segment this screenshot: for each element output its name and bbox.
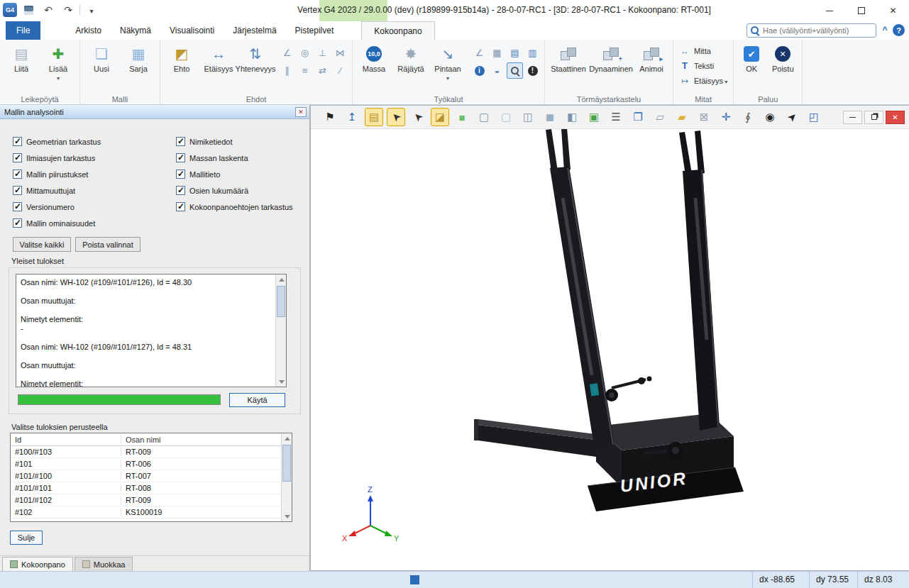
analysis-checkbox-item[interactable]: Mallin ominaisuudet [13,215,101,231]
column-header-name[interactable]: Osan nimi [121,436,292,444]
orient-view-icon[interactable]: ↥ [343,108,361,126]
viewport-minimize-button[interactable] [843,111,862,124]
qat-customize-button[interactable] [83,1,100,18]
select-all-button[interactable]: Valitse kaikki [13,237,71,252]
symmetry-constraint-icon[interactable]: ⇄ [314,62,331,79]
minimize-button[interactable] [813,0,845,21]
checkbox-checked[interactable] [13,202,22,211]
coordinate-axes-icon[interactable]: ✛ [717,108,735,126]
static-collision-button[interactable]: Staattinen [549,42,588,87]
close-button[interactable]: ✕ [877,0,909,21]
angle-constraint-icon[interactable]: ∠ [279,45,295,61]
select-icon[interactable]: ➤ [409,108,427,126]
apply-button[interactable]: Käytä [229,393,285,407]
scroll-down-icon[interactable] [276,376,287,387]
checkbox-checked[interactable] [176,137,185,146]
ok-button[interactable]: OK [737,42,766,87]
undo-button[interactable] [40,1,57,18]
checkbox-checked[interactable] [13,218,22,228]
viewport-restore-button[interactable] [864,111,883,124]
tab-kokoonpano-bottom[interactable]: Kokoonpano [2,557,73,571]
ribbon-collapse-button[interactable] [880,26,890,35]
ruler-icon[interactable]: ▤ [365,108,383,126]
window-select-icon[interactable]: ◰ [805,108,823,126]
panel-close-icon[interactable] [295,107,307,117]
scroll-up-icon[interactable] [282,433,292,444]
trim-constraint-icon[interactable]: ⋈ [332,45,348,61]
parts-table-icon[interactable]: ▦ [489,45,505,61]
paste-button[interactable]: Liitä [4,42,39,87]
table-row[interactable]: #101/#102RT-009 [11,494,280,506]
text-button[interactable]: T Teksti [677,58,729,73]
checkbox-checked[interactable] [13,186,22,195]
exit-button[interactable]: Poistu [767,42,798,87]
table-scrollbar[interactable] [281,433,292,521]
analysis-checkbox-item[interactable]: Versionumero [13,199,101,215]
delete-plane-icon[interactable]: ⊠ [695,108,713,126]
checkbox-checked[interactable] [176,170,185,179]
analysis-checkbox-item[interactable]: Nimiketiedot [176,133,293,150]
column-header-id[interactable]: Id [11,436,121,444]
measure-button[interactable]: ↔ Mitta [677,43,729,58]
analysis-checkbox-item[interactable]: Mittamuuttujat [13,182,101,199]
explode-button[interactable]: Räjäytä [393,42,429,87]
shaded-edges-icon[interactable]: ◧ [563,108,581,126]
viewport-close-button[interactable] [886,111,905,124]
distance-constraint-button[interactable]: Etäisyys [201,42,236,87]
checkbox-checked[interactable] [176,202,185,211]
tab-jarjestelma[interactable]: Järjestelmä [224,21,285,40]
scroll-up-icon[interactable] [276,274,287,285]
checkbox-checked[interactable] [176,153,185,162]
distance-measure-button[interactable]: ↦ Etäisyys [677,73,729,88]
select-body-icon[interactable]: ▣ [585,108,603,126]
feature-list-icon[interactable]: ☰ [607,108,625,126]
analysis-checkbox-item[interactable]: Massan laskenta [176,150,293,166]
dynamic-collision-button[interactable]: + Dynaaminen [590,42,632,87]
tangent-constraint-icon[interactable]: ∕ [332,62,348,79]
face-select-icon[interactable]: ■ [453,108,471,126]
scroll-thumb[interactable] [282,445,291,482]
snap-select-icon[interactable]: ➤ [387,108,405,126]
model-canvas[interactable]: UNIOR Z X Y [311,106,909,572]
tab-file[interactable]: File [6,21,40,40]
coincidence-button[interactable]: Yhtenevyys [238,42,273,87]
to-surface-button[interactable]: Pintaan [430,42,465,87]
paperclip-icon[interactable]: ∮ [739,108,757,126]
checkbox-checked[interactable] [176,186,185,195]
viewport-3d[interactable]: UNIOR Z X Y ⚑↥▤➤➤◪■▢▢◫◼◧▣☰❐▱▰⊠✛∮◉➤◰ [310,105,909,571]
wireframe-icon[interactable]: ▢ [475,108,493,126]
parallel-constraint-icon[interactable]: ∥ [279,62,295,79]
table-row[interactable]: #101/#100RT-007 [11,470,280,482]
workplane-icon[interactable]: ▱ [651,108,669,126]
checkbox-checked[interactable] [13,137,22,146]
analysis-checkbox-item[interactable]: Ilmiasujen tarkastus [13,150,101,166]
perpendicular-constraint-icon[interactable]: ⊥ [314,45,331,61]
info-icon[interactable]: i [471,62,487,79]
series-button[interactable]: Sarja [121,42,156,87]
warning-icon[interactable]: ! [524,62,541,79]
analysis-checkbox-item[interactable]: Kokoonpanoehtojen tarkastus [176,199,293,215]
concentric-constraint-icon[interactable]: ◎ [297,45,313,61]
sheet-blue2-icon[interactable]: ▥ [524,45,541,61]
save-button[interactable] [20,1,37,18]
wireframe-hidden-icon[interactable]: ▢ [497,108,515,126]
help-button[interactable]: ? [893,24,905,36]
tab-nakyma[interactable]: Näkymä [111,21,160,40]
analysis-checkbox-item[interactable]: Mallitieto [176,166,293,182]
measure-angle-icon[interactable]: ∠ [471,45,487,61]
tab-arkisto[interactable]: Arkisto [66,21,111,40]
copy-view-icon[interactable]: ❐ [629,108,647,126]
analysis-checkbox-item[interactable]: Mallin piirustukset [13,166,101,182]
tab-muokkaa-bottom[interactable]: Muokkaa [75,557,133,571]
tab-pistepilvet[interactable]: Pistepilvet [286,21,343,40]
close-panel-button[interactable]: Sulje [10,531,43,545]
clear-selection-button[interactable]: Poista valinnat [75,237,141,252]
panel-header[interactable]: Mallin analysointi [0,105,309,119]
equal-constraint-icon[interactable]: ≡ [297,62,313,79]
scroll-thumb[interactable] [277,286,285,317]
results-scrollbar[interactable] [275,274,286,387]
checkbox-checked[interactable] [13,170,22,179]
zoom-icon[interactable] [507,62,523,79]
search-input[interactable] [763,26,869,35]
workplane-select-icon[interactable]: ◪ [431,108,449,126]
